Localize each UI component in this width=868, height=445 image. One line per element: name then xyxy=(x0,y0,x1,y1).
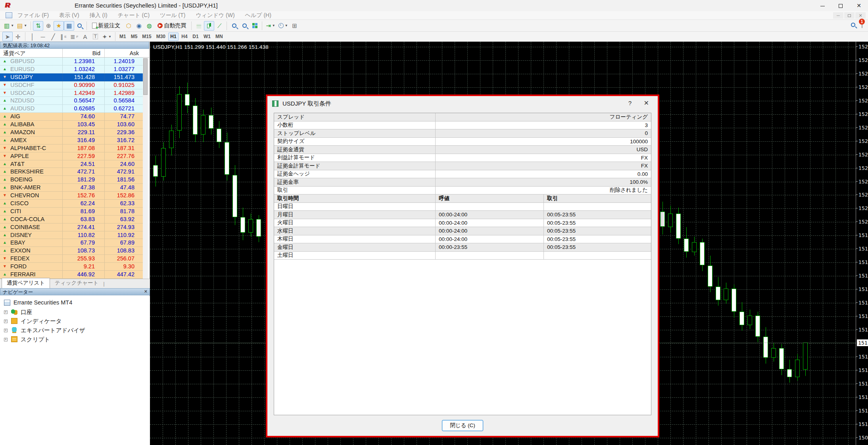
market-watch-row[interactable]: ▼USDCHF0.909900.91025 xyxy=(0,81,144,89)
new-chart-button[interactable]: ▥▼ xyxy=(2,21,15,31)
zoom-in-button[interactable] xyxy=(229,21,239,31)
timeframe-m15[interactable]: M15 xyxy=(140,33,153,41)
market-watch-row[interactable]: ▲BOEING181.29181.56 xyxy=(0,176,144,184)
dialog-help-button[interactable]: ? xyxy=(628,100,632,106)
navigator-item[interactable]: +エキスパートアドバイザ xyxy=(0,326,150,335)
line-chart-button[interactable]: ⟋ xyxy=(214,21,225,31)
timeframe-h1[interactable]: H1 xyxy=(168,33,179,41)
column-bid[interactable]: Bid xyxy=(92,50,100,56)
column-ask[interactable]: Ask xyxy=(130,50,139,56)
expand-plus-icon[interactable]: + xyxy=(4,320,8,323)
market-watch-row[interactable]: ▲BNK-AMER47.3847.48 xyxy=(0,184,144,192)
text-label-tool-button[interactable]: T xyxy=(90,32,100,41)
timeframe-m30[interactable]: M30 xyxy=(154,33,167,41)
market-watch-row[interactable]: ▲ALIBABA103.45103.60 xyxy=(0,121,144,129)
arrows-tool-button[interactable]: ✦▼ xyxy=(100,32,113,41)
dialog-titlebar[interactable]: USDJPY 取引条件 ? ✕ xyxy=(267,96,658,111)
market-watch-row[interactable]: ▲EURUSD1.032421.03277 xyxy=(0,65,144,73)
menu-item[interactable]: 表示 (V) xyxy=(59,12,79,19)
child-minimize-button[interactable]: ─ xyxy=(833,12,843,19)
market-watch-row[interactable]: ▲CISCO62.2462.33 xyxy=(0,200,144,208)
metaeditor-button[interactable]: ⬡ xyxy=(123,21,134,31)
bar-chart-button[interactable]: 𝄙 xyxy=(194,21,204,31)
menu-item[interactable]: チャート (C) xyxy=(118,12,150,19)
menu-item[interactable]: ウィンドウ (W) xyxy=(196,12,234,19)
market-watch-row[interactable]: ▲AMAZON229.11229.36 xyxy=(0,129,144,137)
signals-button[interactable]: ◍ xyxy=(144,21,154,31)
market-watch-row[interactable]: ▲FERRARI446.92447.42 xyxy=(0,271,144,279)
timeframe-m5[interactable]: M5 xyxy=(129,33,140,41)
market-watch-row[interactable]: ▲COINBASE274.41274.93 xyxy=(0,223,144,231)
market-watch-row[interactable]: ▲CITI81.6981.78 xyxy=(0,208,144,216)
menu-item[interactable]: ツール (T) xyxy=(160,12,185,19)
text-tool-button[interactable]: A xyxy=(80,32,90,41)
menu-item[interactable]: ファイル (F) xyxy=(17,12,49,19)
market-watch-row[interactable]: ▲AMEX316.49316.72 xyxy=(0,137,144,144)
market-watch-row[interactable]: ▲COCA-COLA63.8363.92 xyxy=(0,216,144,223)
crosshair-tool-button[interactable]: ✛ xyxy=(13,32,23,41)
market-watch-row[interactable]: ▲EXXON108.73108.83 xyxy=(0,247,144,255)
market-watch-row[interactable]: ▲EBAY67.7967.89 xyxy=(0,239,144,247)
market-watch-row[interactable]: ▲BERKSHIRE472.71472.91 xyxy=(0,168,144,176)
window-close-button[interactable]: ✕ xyxy=(850,0,868,11)
timeframe-w1[interactable]: W1 xyxy=(202,33,213,41)
vertical-line-tool-button[interactable]: │ xyxy=(27,32,38,41)
expand-plus-icon[interactable]: + xyxy=(4,329,8,332)
column-symbol[interactable]: 通貨ペア xyxy=(3,50,26,57)
child-close-button[interactable]: ✕ xyxy=(855,12,866,19)
notifications-button[interactable]: 1 xyxy=(862,21,862,28)
window-maximize-button[interactable] xyxy=(832,0,850,11)
zoom-out-button[interactable] xyxy=(239,21,250,31)
chat-button[interactable]: ◉ xyxy=(134,21,144,31)
market-watch-row[interactable]: ▼FEDEX255.93256.07 xyxy=(0,255,144,263)
timeframe-d1[interactable]: D1 xyxy=(190,33,201,41)
market-watch-row[interactable]: ▼FORD9.219.30 xyxy=(0,263,144,271)
market-watch-row[interactable]: ▼USDJPY151.428151.473 xyxy=(0,73,144,81)
timeframe-m1[interactable]: M1 xyxy=(117,33,128,41)
trendline-tool-button[interactable]: ╱ xyxy=(48,32,58,41)
terminal-toggle-button[interactable]: ▦ xyxy=(64,21,74,31)
dialog-close-button[interactable]: 閉じる (C) xyxy=(442,420,483,431)
dialog-close-icon[interactable]: ✕ xyxy=(644,99,649,107)
navigator-item[interactable]: +スクリプト xyxy=(0,335,150,344)
auto-scroll-button[interactable]: ⇥▼ xyxy=(264,21,277,31)
menu-item[interactable]: ヘルプ (H) xyxy=(245,12,271,19)
tab-symbols[interactable]: 通貨ペアリスト xyxy=(2,278,50,288)
timeframe-h4[interactable]: H4 xyxy=(179,33,190,41)
window-minimize-button[interactable] xyxy=(813,0,832,11)
market-watch-row[interactable]: ▼APPLE227.59227.76 xyxy=(0,152,144,160)
market-watch-row[interactable]: ▲AIG74.6074.77 xyxy=(0,113,144,121)
fibonacci-tool-button[interactable]: ≣F xyxy=(69,32,80,41)
timeframe-mn[interactable]: MN xyxy=(213,33,225,41)
navigator-item[interactable]: +口座 xyxy=(0,308,150,317)
cursor-tool-button[interactable]: ➤ xyxy=(2,32,13,41)
profiles-button[interactable]: ▤▼ xyxy=(15,21,29,31)
scrollbar-thumb[interactable] xyxy=(143,58,148,95)
market-watch-toggle-button[interactable]: ⇅ xyxy=(33,21,43,31)
market-watch-row[interactable]: ▲AT&T24.5124.60 xyxy=(0,160,144,168)
navigator-toggle-button[interactable]: ★ xyxy=(54,21,64,31)
expand-plus-icon[interactable]: + xyxy=(4,338,8,341)
new-order-button[interactable]: 新規注文 xyxy=(89,21,123,31)
indicators-list-button[interactable]: ⊞ xyxy=(290,21,300,31)
horizontal-line-tool-button[interactable]: ─ xyxy=(38,32,48,41)
tab-tick-chart[interactable]: ティックチャート xyxy=(50,278,103,288)
chart-shift-button[interactable]: ▼ xyxy=(277,21,290,31)
market-watch-row[interactable]: ▲GBPUSD1.239811.24019 xyxy=(0,58,144,65)
data-window-button[interactable]: ⊕ xyxy=(43,21,54,31)
navigator-close-icon[interactable]: ✕ xyxy=(144,289,148,294)
navigator-root-item[interactable]: Errante Securities MT4 xyxy=(0,299,150,308)
market-watch-row[interactable]: ▼ALPHABET-C187.08187.31 xyxy=(0,144,144,152)
child-restore-button[interactable] xyxy=(844,12,855,19)
menu-item[interactable]: 挿入 (I) xyxy=(90,12,108,19)
equidistant-channel-tool-button[interactable]: ∥E xyxy=(58,32,69,41)
market-watch-row[interactable]: ▲DISNEY110.82110.92 xyxy=(0,231,144,239)
market-watch-row[interactable]: ▼CHEVRON152.76152.86 xyxy=(0,192,144,200)
autotrading-button[interactable]: ▶ 自動売買 xyxy=(154,21,189,31)
market-watch-row[interactable]: ▼USDCAD1.429491.42989 xyxy=(0,89,144,97)
expand-plus-icon[interactable]: + xyxy=(4,310,8,314)
search-icon[interactable] xyxy=(851,23,855,27)
candlestick-chart-button[interactable] xyxy=(204,21,214,31)
navigator-item[interactable]: +インディケータ xyxy=(0,317,150,326)
market-watch-row[interactable]: ▲AUDUSD0.626850.62721 xyxy=(0,105,144,113)
